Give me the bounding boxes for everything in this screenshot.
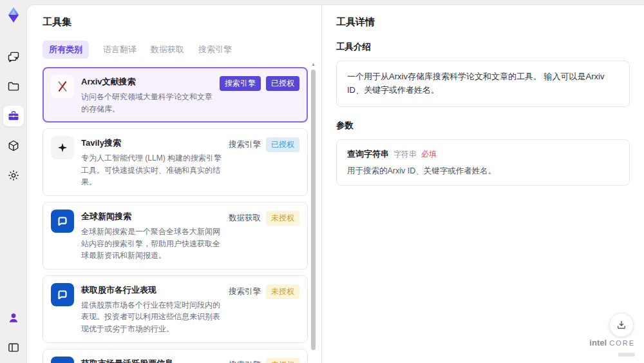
tool-name: 获取市场最活跃股票信息 — [81, 358, 222, 363]
auth-status-badge: 已授权 — [266, 137, 299, 152]
list-scrollbar[interactable]: ▲ — [311, 63, 316, 360]
tool-detail-pane: 工具详情 工具介绍 一个用于从Arxiv存储库搜索科学论文和文章的工具。 输入可… — [322, 5, 644, 363]
package-icon — [7, 139, 20, 152]
tool-card-list: Arxiv文献搜索 访问各个研究领域大量科学论文和文章的存储库。 搜索引擎 已授… — [43, 67, 308, 363]
tool-name: Arxiv文献搜索 — [81, 76, 213, 88]
param-required-flag: 必填 — [421, 149, 437, 160]
left-rail — [0, 0, 27, 363]
tool-list-pane: 工具集 所有类别 语言翻译 数据获取 搜索引擎 Arxiv文献搜索 访问各个研究… — [27, 5, 322, 363]
folder-icon — [7, 80, 20, 93]
sidebar-item-settings[interactable] — [3, 165, 24, 186]
sidebar-item-profile[interactable] — [3, 308, 24, 328]
param-type: 字符串 — [393, 149, 417, 160]
brand-intel: intel — [589, 338, 607, 348]
panel-toggle-icon — [7, 341, 20, 354]
main-content: 工具集 所有类别 语言翻译 数据获取 搜索引擎 Arxiv文献搜索 访问各个研究… — [27, 5, 644, 363]
category-label: 数据获取 — [229, 211, 261, 224]
param-name: 查询字符串 — [347, 148, 389, 160]
tool-card-tavily[interactable]: Tavily搜索 专为人工智能代理 (LLM) 构建的搜索引擎工具。可快速提供实… — [43, 128, 308, 196]
user-icon — [7, 311, 20, 324]
tab-all-categories[interactable]: 所有类别 — [43, 41, 89, 59]
category-label: 搜索引擎 — [229, 284, 261, 297]
category-label: 搜索引擎 — [229, 137, 261, 150]
download-button[interactable] — [609, 313, 634, 337]
chat-icon — [7, 50, 20, 63]
detail-title: 工具详情 — [336, 16, 630, 28]
tool-name: 全球新闻搜索 — [81, 211, 222, 222]
gear-icon — [7, 169, 20, 182]
auth-status-badge: 未授权 — [266, 284, 299, 299]
scroll-up-arrow-icon[interactable]: ▲ — [311, 62, 316, 67]
brand-subtext — [618, 353, 635, 357]
collapse-sidebar-button[interactable] — [3, 337, 24, 358]
sidebar-item-files[interactable] — [3, 76, 24, 97]
page-title: 工具集 — [43, 16, 306, 28]
sidebar-item-chat[interactable] — [3, 46, 24, 67]
download-icon — [616, 319, 627, 331]
parameter-item: 查询字符串 字符串 必填 用于搜索的Arxiv ID、关键字或作者姓名。 — [336, 139, 630, 186]
arxiv-logo-icon — [51, 75, 74, 98]
tool-name: 获取股市各行业表现 — [81, 284, 222, 296]
sidebar-item-tools[interactable] — [3, 106, 24, 126]
category-label: 搜索引擎 — [229, 358, 261, 363]
toolbox-icon — [7, 110, 20, 123]
tab-data-fetching[interactable]: 数据获取 — [151, 44, 184, 55]
news-app-icon — [51, 357, 74, 363]
tab-language-translation[interactable]: 语言翻译 — [103, 44, 137, 55]
param-description: 用于搜索的Arxiv ID、关键字或作者姓名。 — [347, 166, 619, 177]
auth-status-badge: 已授权 — [266, 76, 299, 91]
params-heading: 参数 — [336, 120, 630, 132]
tool-card-active-stocks[interactable]: 获取市场最活跃股票信息 提供当天交易量最高的股票列表，投资者可以利用这些信息来识… — [43, 349, 308, 363]
news-app-icon — [51, 210, 74, 233]
tavily-star-icon — [51, 136, 74, 159]
tool-intro-text: 一个用于从Arxiv存储库搜索科学论文和文章的工具。 输入可以是Arxiv ID… — [336, 61, 630, 107]
category-tabs: 所有类别 语言翻译 数据获取 搜索引擎 — [43, 41, 306, 59]
intro-heading: 工具介绍 — [336, 41, 630, 53]
auth-status-badge: 未授权 — [266, 211, 299, 226]
tab-search-engine[interactable]: 搜索引擎 — [198, 44, 232, 55]
tool-description: 全球新闻搜索是一个聚合全球各大新闻网站内容的搜索引擎，帮助用户快速获取全球最新资… — [81, 226, 222, 262]
tool-name: Tavily搜索 — [81, 137, 222, 149]
auth-status-badge: 未授权 — [266, 358, 299, 363]
intel-core-logo: intel CORE — [589, 338, 635, 359]
tool-card-stock-sectors[interactable]: 获取股市各行业表现 提供股票市场各个行业在特定时间段内的表现。投资者可以利用这些… — [43, 275, 308, 343]
tool-card-arxiv[interactable]: Arxiv文献搜索 访问各个研究领域大量科学论文和文章的存储库。 搜索引擎 已授… — [43, 67, 308, 123]
sidebar-item-packages[interactable] — [3, 135, 24, 156]
brand-core: CORE — [609, 339, 635, 347]
tool-card-global-news[interactable]: 全球新闻搜索 全球新闻搜索是一个聚合全球各大新闻网站内容的搜索引擎，帮助用户快速… — [43, 202, 308, 270]
category-badge: 搜索引擎 — [220, 76, 261, 91]
scrollbar-thumb[interactable] — [311, 70, 316, 350]
news-app-icon — [51, 283, 74, 306]
tool-description: 提供股票市场各个行业在特定时间段内的表现。投资者可以利用这些信息来识别表现优于或… — [81, 299, 222, 335]
tool-description: 专为人工智能代理 (LLM) 构建的搜索引擎工具。可快速提供实时、准确和真实的结… — [81, 152, 222, 188]
tool-description: 访问各个研究领域大量科学论文和文章的存储库。 — [81, 91, 213, 115]
app-logo-icon — [5, 6, 22, 23]
